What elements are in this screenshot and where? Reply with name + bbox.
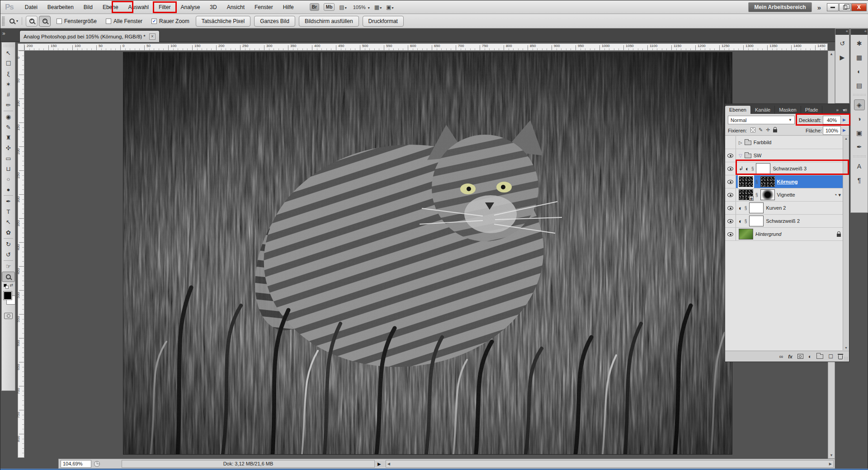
menu-item-fenster[interactable]: Fenster [250,2,278,12]
visibility-cell[interactable] [725,188,736,201]
workspace-button[interactable]: Mein Arbeitsbereich [748,2,811,12]
group-collapsed-icon[interactable]: ▷ [739,140,742,145]
visibility-cell[interactable] [725,162,736,175]
toolbar-grip[interactable] [3,43,14,47]
vertical-ruler[interactable]: 0501001502002503003504004505005506006507… [18,51,24,458]
layer-row-body[interactable]: ◐§Kurven 2 [736,202,843,214]
visibility-cell[interactable] [725,136,736,149]
type-tool[interactable]: T [2,207,15,217]
visibility-cell[interactable] [725,149,736,162]
lock-pixels-icon[interactable]: ✎ [759,127,763,133]
checkbox-icon[interactable] [57,19,62,24]
blend-mode-select[interactable]: Normal ▼ [728,116,795,124]
layer-row-schwarzwei-3[interactable]: ↲◐§Schwarzweiß 3 [725,162,843,175]
checkbox-icon[interactable] [106,19,111,24]
eye-icon[interactable] [727,167,733,171]
group-expanded-icon[interactable]: ▽ [739,153,742,158]
close-button[interactable]: X [851,3,867,11]
scroll-right-icon[interactable]: ▶ [829,462,832,466]
zoom-tool[interactable] [2,272,15,282]
layer-thumbnail[interactable] [739,176,753,187]
layer-thumbnail[interactable]: ▦ [739,189,753,200]
scroll-left-icon[interactable]: ◀ [387,462,390,466]
layer-row-k-rnung[interactable]: §Körnung [725,175,843,188]
layer-name[interactable]: Schwarzweiß 2 [766,218,800,224]
document-tab[interactable]: Analog Photoshop.psd bei 105% (Körnung, … [19,30,160,42]
channels-panel-icon[interactable]: ◑ [854,113,865,124]
layer-name[interactable]: SW [754,153,762,158]
menu-item-hilfe[interactable]: Hilfe [278,2,299,12]
delete-layer-icon[interactable] [838,355,843,359]
styles-panel-icon[interactable]: ▤ [854,80,865,91]
pen-tool[interactable]: ✒ [2,196,15,207]
character-panel-icon[interactable]: A [854,161,865,172]
visibility-cell[interactable] [725,175,736,188]
marquee-tool[interactable]: ☐ [2,58,15,69]
eye-icon[interactable] [727,154,733,158]
custom-shape-tool[interactable]: ✿ [2,227,15,238]
magic-wand-tool[interactable]: ✶ [2,79,15,89]
visibility-cell[interactable] [725,228,736,240]
layer-style-icon[interactable]: fx [788,354,793,359]
arrange-documents-button[interactable]: ▦▾ [374,4,382,10]
menu-item-analyse[interactable]: Analyse [176,2,205,12]
restore-button[interactable] [839,3,851,11]
brush-tool[interactable]: ✎ [2,122,15,132]
new-group-icon[interactable] [816,354,823,359]
status-zoom-field[interactable]: 104,69% [61,460,91,468]
layer-row-sw[interactable]: ▽SW [725,149,843,162]
hand-tool[interactable]: ☞ [2,261,15,272]
options-grip[interactable] [2,16,5,26]
eye-icon[interactable] [727,219,733,223]
layer-thumbnail[interactable] [739,229,753,240]
bildschirm-ausf-llen-button[interactable]: Bildschirm ausfüllen [299,16,359,27]
paragraph-panel-icon[interactable]: ¶ [854,175,865,186]
fill-spinner-icon[interactable]: ▶ [843,128,846,132]
collapse-dock-icon[interactable]: « [835,29,849,35]
blur-tool[interactable]: ○ [2,174,15,184]
new-layer-icon[interactable]: ☐ [828,353,833,360]
layer-row-body[interactable]: ▷Farbbild [736,136,843,149]
eye-icon[interactable] [727,206,733,210]
panel-collapse-icon[interactable]: » [834,108,841,114]
tab-ebenen[interactable]: Ebenen [725,106,751,114]
collapse-dock-icon[interactable]: « [851,29,868,35]
menu-item-ansicht[interactable]: Ansicht [222,2,250,12]
opacity-field[interactable]: 40% [823,116,841,124]
lock-all-icon[interactable] [773,129,777,132]
layer-row-body[interactable]: ▽SW [736,149,843,162]
paths-panel-icon[interactable]: ✒ [854,141,865,152]
layer-name[interactable]: Vignette [777,192,795,197]
swatches-panel-icon[interactable]: ▦ [854,52,865,63]
history-panel-icon[interactable]: ↺ [837,38,848,49]
status-menu-arrow-icon[interactable]: ▶ [377,461,381,466]
collapse-panels-icon[interactable]: » [2,30,5,37]
layer-name[interactable]: Schwarzweiß 3 [773,166,807,171]
layer-row-body[interactable]: §Körnung [736,175,843,188]
eraser-tool[interactable]: ▭ [2,153,15,164]
scroll-up-icon[interactable]: ▲ [830,52,833,56]
layer-name[interactable]: Farbbild [754,140,772,145]
layer-name[interactable]: Hintergrund [755,231,781,237]
link-layers-icon[interactable]: ∞ [779,353,783,360]
ganzes-bild-button[interactable]: Ganzes Bild [254,16,295,27]
panel-menu-icon[interactable]: ▾≡ [840,108,849,114]
masks-panel-icon[interactable]: ▣ [854,127,865,138]
layer-row-farbbild[interactable]: ▷Farbbild [725,136,843,149]
layers-panel-icon[interactable]: ◈ [854,99,865,110]
checkbox-checked-icon[interactable]: ✓ [151,19,157,24]
druckformat-button[interactable]: Druckformat [363,16,404,27]
eyedropper-tool[interactable]: ✏ [2,100,15,110]
option-checkbox-rauer-zoom[interactable]: ✓Rauer Zoom [151,18,189,24]
current-tool-indicator[interactable]: ▾ [8,17,22,25]
adjustments-panel-icon[interactable]: ◐ [854,66,865,77]
zoom-out-button[interactable]: − [39,16,51,27]
menu-item-bearbeiten[interactable]: Bearbeiten [42,2,79,12]
layer-row-schwarzwei-2[interactable]: ◐§Schwarzweiß 2 [725,215,843,228]
layer-thumbnail[interactable] [749,216,764,226]
zoom-in-button[interactable]: + [26,16,38,27]
layer-row-kurven-2[interactable]: ◐§Kurven 2 [725,202,843,215]
new-adjustment-icon[interactable]: ◐ [808,353,811,360]
burn-tool[interactable]: ● [2,184,15,195]
tab-pfade[interactable]: Pfade [801,106,823,114]
